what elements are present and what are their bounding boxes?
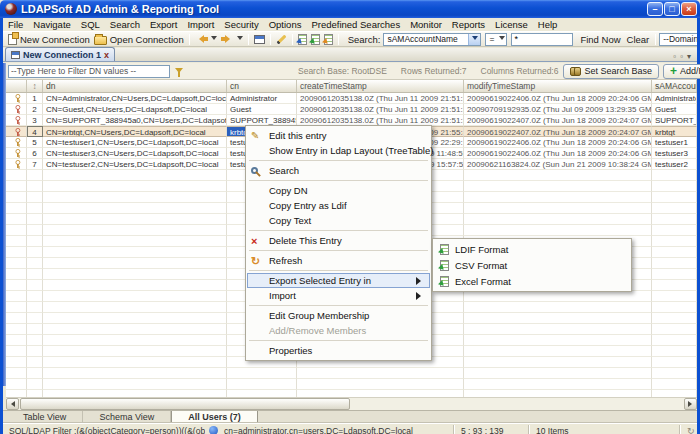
column-header-sAMAccountName[interactable]: sAMAccountName bbox=[652, 80, 697, 92]
export-ldif-button[interactable] bbox=[296, 34, 309, 45]
menu-monitor[interactable]: Monitor bbox=[405, 19, 447, 30]
menu-item-edit-this-entry[interactable]: ✎Edit this entry bbox=[247, 128, 430, 143]
submenu-item-csv-format[interactable]: CSV Format bbox=[434, 257, 630, 273]
sam-account-name-cell[interactable]: Administrator bbox=[652, 93, 697, 104]
find-now-button[interactable]: Find Now bbox=[577, 34, 623, 45]
create-timestamp-cell[interactable]: 20090612035138.0Z (Thu Jun 11 2009 21:51… bbox=[297, 104, 464, 115]
menu-file[interactable]: File bbox=[3, 19, 28, 30]
tab-new-connection-1[interactable]: New Connection 1 x bbox=[5, 47, 115, 61]
show-view-button[interactable] bbox=[252, 35, 267, 44]
cn-cell[interactable]: Guest bbox=[227, 104, 297, 115]
menu-reports[interactable]: Reports bbox=[447, 19, 490, 30]
bottom-tab-all-users-7-[interactable]: All Users (7) bbox=[171, 411, 258, 423]
chevron-down-icon[interactable] bbox=[468, 34, 480, 45]
sam-account-name-cell[interactable]: SUPPORT_388945a0 bbox=[652, 115, 697, 126]
open-connection-button[interactable]: Open Connection bbox=[92, 34, 186, 45]
menu-predefined-searches[interactable]: Predefined Searches bbox=[306, 19, 405, 30]
sam-account-name-cell[interactable]: testuser2 bbox=[652, 159, 697, 170]
menu-item-copy-text[interactable]: Copy Text bbox=[247, 213, 430, 228]
dn-cell[interactable]: CN=Guest,CN=Users,DC=Ldapsoft,DC=local bbox=[43, 104, 227, 115]
scroll-left-arrow-icon[interactable] bbox=[6, 398, 19, 410]
column-header-cn[interactable]: cn bbox=[227, 80, 297, 92]
modify-timestamp-cell[interactable]: 20090619022406.0Z (Thu Jun 18 2009 20:24… bbox=[464, 93, 652, 104]
forward-dropdown-icon[interactable] bbox=[237, 36, 243, 43]
export-excel-button[interactable] bbox=[322, 34, 335, 45]
create-timestamp-cell[interactable]: 20090612035138.0Z (Thu Jun 11 2009 21:51… bbox=[297, 93, 464, 104]
add-remove-columns-button[interactable]: + Add/Remove Columns bbox=[663, 64, 700, 79]
menu-item-properties[interactable]: Properties bbox=[247, 343, 430, 358]
table-row[interactable]: 2CN=Guest,CN=Users,DC=Ldapsoft,DC=localG… bbox=[6, 104, 697, 115]
menu-options[interactable]: Options bbox=[264, 19, 307, 30]
close-button[interactable]: × bbox=[681, 2, 697, 16]
menu-security[interactable]: Security bbox=[219, 19, 263, 30]
menu-navigate[interactable]: Navigate bbox=[28, 19, 76, 30]
menu-item-search[interactable]: Search bbox=[247, 163, 430, 178]
menu-item-refresh[interactable]: ↻Refresh bbox=[247, 253, 430, 268]
modify-timestamp-cell[interactable]: 20090621163824.0Z (Sun Jun 21 2009 10:38… bbox=[464, 159, 652, 170]
submenu-item-excel-format[interactable]: Excel Format bbox=[434, 273, 630, 289]
menu-item-delete-this-entry[interactable]: ×Delete This Entry bbox=[247, 233, 430, 248]
modify-timestamp-cell[interactable]: 20090619022407.0Z (Thu Jun 18 2009 20:24… bbox=[464, 115, 652, 126]
menu-item-show-entry-in-ldap-layout-treetable-[interactable]: Show Entry in Ldap Layout (TreeTable) bbox=[247, 143, 430, 158]
minimize-button[interactable]: – bbox=[647, 2, 663, 16]
dn-cell[interactable]: CN=Administrator,CN=Users,DC=Ldapsoft,DC… bbox=[43, 93, 227, 104]
back-dropdown-icon[interactable] bbox=[211, 36, 217, 43]
back-button[interactable] bbox=[193, 35, 219, 43]
dn-cell[interactable]: CN=SUPPORT_388945a0,CN=Users,DC=Ldapsoft… bbox=[43, 115, 227, 126]
edit-entry-button[interactable] bbox=[274, 38, 289, 41]
menu-item-edit-group-membership[interactable]: Edit Group Membership bbox=[247, 308, 430, 323]
modify-timestamp-cell[interactable]: 20090709192935.0Z (Thu Jul 09 2009 13:29… bbox=[464, 104, 652, 115]
submenu-item-ldif-format[interactable]: LDIF Format bbox=[434, 241, 630, 257]
new-connection-button[interactable]: New Connection bbox=[6, 34, 92, 45]
clear-button[interactable]: Clear bbox=[624, 34, 653, 45]
dn-cell[interactable]: CN=testuser1,CN=Users,DC=Ldapsoft,DC=loc… bbox=[43, 137, 227, 148]
menu-item-import[interactable]: Import bbox=[247, 288, 430, 303]
menu-sql[interactable]: SQL bbox=[76, 19, 105, 30]
sam-account-name-cell[interactable]: testuser1 bbox=[652, 137, 697, 148]
dn-cell[interactable]: CN=testuser3,CN=Users,DC=Ldapsoft,DC=loc… bbox=[43, 148, 227, 159]
view-maximize-icon[interactable]: ▫ bbox=[680, 52, 683, 61]
scrollbar-thumb[interactable] bbox=[20, 398, 350, 410]
dn-cell[interactable]: CN=krbtgt,CN=Users,DC=Ldapsoft,DC=local bbox=[43, 126, 227, 137]
table-row[interactable]: 1CN=Administrator,CN=Users,DC=Ldapsoft,D… bbox=[6, 93, 697, 104]
forward-button[interactable] bbox=[219, 35, 245, 43]
status-refresh-icon[interactable]: ↻ bbox=[687, 426, 695, 434]
dn-cell[interactable]: CN=testuser2,CN=Users,DC=Ldapsoft,DC=loc… bbox=[43, 159, 227, 170]
view-menu-icon[interactable]: ▾ bbox=[687, 52, 691, 61]
sam-account-name-cell[interactable]: krbtgt bbox=[652, 126, 697, 137]
menu-item-export-selected-entry-in[interactable]: Export Selected Entry in bbox=[247, 273, 430, 288]
search-attribute-combo[interactable]: sAMAccountName bbox=[383, 33, 481, 46]
domain-controllers-combo[interactable]: --Domain Controllers-- bbox=[659, 33, 697, 46]
sam-account-name-cell[interactable]: Guest bbox=[652, 104, 697, 115]
menu-item-copy-dn[interactable]: Copy DN bbox=[247, 183, 430, 198]
menu-license[interactable]: License bbox=[490, 19, 533, 30]
chevron-down-icon[interactable] bbox=[499, 36, 505, 43]
view-minimize-icon[interactable]: ▫ bbox=[673, 52, 676, 61]
tab-close-icon[interactable]: x bbox=[104, 50, 109, 60]
sam-account-name-cell[interactable]: testuser3 bbox=[652, 148, 697, 159]
bottom-tab-table-view[interactable]: Table View bbox=[7, 411, 83, 423]
search-operator-combo[interactable]: = bbox=[485, 33, 507, 46]
modify-timestamp-cell[interactable]: 20090619022406.0Z (Thu Jun 18 2009 20:24… bbox=[464, 137, 652, 148]
export-csv-button[interactable] bbox=[309, 34, 322, 45]
scroll-right-arrow-icon[interactable] bbox=[684, 398, 697, 410]
set-search-base-button[interactable]: Set Search Base bbox=[563, 64, 659, 79]
modify-timestamp-cell[interactable]: 20090619022406.0Z (Thu Jun 18 2009 20:24… bbox=[464, 148, 652, 159]
cn-cell[interactable]: Administrator bbox=[227, 93, 297, 104]
filter-funnel-icon[interactable] bbox=[175, 68, 183, 77]
horizontal-scrollbar[interactable] bbox=[6, 397, 697, 410]
dn-filter-input[interactable] bbox=[8, 65, 170, 78]
modify-timestamp-cell[interactable]: 20090619022407.0Z (Thu Jun 18 2009 20:24… bbox=[464, 126, 652, 137]
maximize-button[interactable]: □ bbox=[664, 2, 680, 16]
row-number-column-header[interactable]: ↕ bbox=[27, 80, 43, 92]
column-header-createTimeStamp[interactable]: createTimeStamp bbox=[297, 80, 464, 92]
column-header-dn[interactable]: dn bbox=[43, 80, 227, 92]
menu-export[interactable]: Export bbox=[145, 19, 182, 30]
menu-item-copy-entry-as-ldif[interactable]: Copy Entry as Ldif bbox=[247, 198, 430, 213]
menu-help[interactable]: Help bbox=[533, 19, 563, 30]
entry-icon-column-header[interactable] bbox=[6, 80, 27, 92]
bottom-tab-schema-view[interactable]: Schema View bbox=[83, 411, 171, 423]
search-value-input[interactable] bbox=[511, 33, 573, 46]
column-header-modifyTimeStamp[interactable]: modifyTimeStamp bbox=[464, 80, 652, 92]
menu-import[interactable]: Import bbox=[182, 19, 219, 30]
